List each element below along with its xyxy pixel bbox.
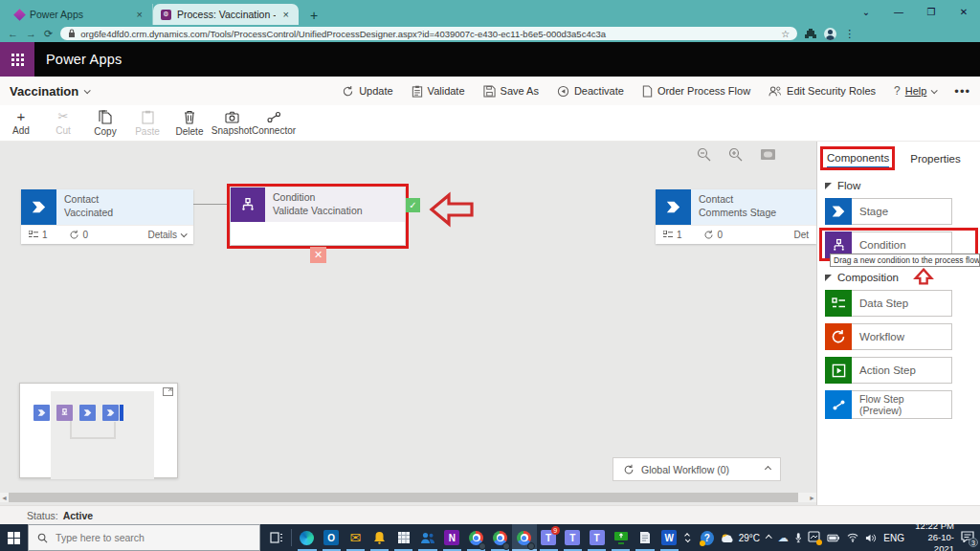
bookmark-star-icon[interactable]: ☆ (781, 29, 790, 39)
chevron-up-icon[interactable] (765, 466, 771, 473)
scrollbar-thumb[interactable] (9, 493, 798, 502)
more-commands-icon[interactable]: ••• (954, 84, 970, 99)
snapshot-camera-icon (225, 111, 239, 123)
tab-components[interactable]: Components (827, 152, 889, 168)
task-view-button[interactable] (264, 524, 288, 551)
order-process-flow-button[interactable]: Order Process Flow (642, 85, 750, 98)
start-button[interactable] (0, 532, 28, 544)
delete-button[interactable]: Delete (168, 105, 211, 141)
process-name-dropdown[interactable]: Vaccination (10, 84, 89, 99)
deactivate-button[interactable]: Deactivate (557, 85, 624, 98)
window-maximize-icon[interactable]: ❐ (915, 0, 947, 25)
section-flow-header[interactable]: Flow (825, 180, 980, 191)
global-workflow-bar[interactable]: Global Workflow (0) (612, 457, 781, 481)
condition-accept-check-button[interactable]: ✓ (406, 198, 420, 212)
copy-button[interactable]: Copy (84, 105, 126, 141)
tab-close-icon[interactable]: × (135, 9, 145, 20)
taskbar-notepad[interactable] (633, 524, 657, 551)
tray-expand-icon[interactable] (766, 535, 772, 541)
browser-tab-process-vaccination[interactable]: ⚙ Process: Vaccination - Microsoft × (153, 4, 299, 25)
wifi-icon[interactable] (847, 533, 858, 542)
snapshot-button[interactable]: Snapshot (211, 105, 253, 141)
reload-icon[interactable]: ⟳ (44, 28, 53, 40)
clock[interactable]: 12:22 PM 26-10-2021 (911, 520, 954, 551)
microphone-icon[interactable] (795, 532, 801, 543)
search-input[interactable] (56, 532, 228, 543)
connector-button[interactable]: Connector (253, 105, 295, 141)
stage-node-contact-vaccinated[interactable]: Contact Vaccinated 1 0 Details (21, 189, 193, 244)
windows-taskbar: O ✉ N T 9 T T W ? (0, 524, 980, 551)
update-button[interactable]: Update (342, 85, 392, 98)
battery-icon[interactable] (827, 533, 840, 542)
component-data-step[interactable]: Data Step (825, 290, 952, 317)
paste-button[interactable]: Paste (126, 105, 168, 141)
validate-button[interactable]: Validate (412, 85, 465, 98)
taskbar-people[interactable] (415, 524, 439, 551)
canvas-horizontal-scrollbar[interactable]: ◄ ► (0, 493, 816, 502)
taskbar-edge[interactable] (295, 524, 319, 551)
component-action-step[interactable]: Action Step (825, 357, 952, 384)
process-designer-canvas[interactable]: Contact Vaccinated 1 0 Details (0, 142, 816, 505)
add-button[interactable]: + Add (0, 105, 42, 141)
taskbar-notifications-app[interactable] (368, 524, 391, 551)
condition-cancel-x-button[interactable]: ✕ (310, 247, 326, 263)
taskbar-word[interactable]: W (657, 524, 681, 551)
window-minimize-icon[interactable]: — (882, 0, 915, 25)
component-flow-step[interactable]: Flow Step (Preview) (825, 390, 952, 419)
minimap-expand-icon[interactable] (163, 387, 173, 396)
onedrive-cloud-icon[interactable]: ☁ (778, 533, 789, 543)
language-indicator[interactable]: ENG (883, 533, 904, 543)
taskbar-onenote[interactable]: N (440, 524, 464, 551)
tab-close-icon[interactable]: × (281, 9, 291, 20)
tab-properties[interactable]: Properties (910, 153, 960, 167)
window-menu-icon[interactable]: ⌄ (850, 0, 882, 25)
taskbar-calendar[interactable] (391, 524, 415, 551)
new-tab-button[interactable]: + (299, 8, 329, 25)
taskbar-screen-share[interactable] (609, 524, 633, 551)
cut-button[interactable]: ✂ Cut (42, 105, 84, 141)
taskbar-teams-2[interactable]: T (561, 524, 585, 551)
tray-app-icon[interactable] (808, 531, 820, 544)
taskbar-chrome-3-active[interactable] (512, 524, 536, 551)
section-composition-header[interactable]: Composition (825, 272, 980, 283)
edit-security-roles-button[interactable]: Edit Security Roles (768, 85, 876, 98)
fit-to-canvas-icon[interactable] (760, 148, 776, 161)
taskbar-teams-3[interactable]: T (585, 524, 609, 551)
zoom-in-icon[interactable] (728, 147, 743, 162)
taskbar-overflow-scroll[interactable] (681, 534, 694, 542)
save-as-button[interactable]: Save As (483, 85, 539, 98)
component-stage[interactable]: Stage (825, 198, 952, 225)
browser-tab-power-apps[interactable]: Power Apps × (8, 4, 153, 25)
address-bar[interactable]: org6fe4dfd0.crm.dynamics.com/Tools/Proce… (60, 27, 797, 40)
window-close-icon[interactable]: ✕ (947, 0, 980, 25)
extensions-puzzle-icon[interactable] (805, 28, 816, 39)
forward-icon[interactable]: → (26, 28, 36, 39)
action-center-button[interactable]: 3 (961, 531, 974, 544)
details-toggle[interactable]: Details (147, 230, 177, 240)
word-icon: W (661, 530, 677, 545)
taskbar-teams-1[interactable]: T 9 (537, 524, 561, 551)
stage-node-contact-comments[interactable]: Contact Comments Stage 1 0 Det (656, 189, 816, 244)
taskbar-search[interactable] (28, 524, 260, 551)
browser-menu-icon[interactable]: ⋮ (844, 28, 856, 40)
taskbar-outlook[interactable]: O (320, 524, 344, 551)
back-icon[interactable]: ← (8, 28, 18, 39)
taskbar-mail[interactable]: ✉ (344, 524, 368, 551)
condition-node-validate-vaccination[interactable]: Condition Validate Vaccination (231, 187, 405, 245)
volume-icon[interactable] (865, 533, 877, 543)
taskbar-chrome-1[interactable] (464, 524, 488, 551)
help-dropdown[interactable]: ? Help (894, 84, 936, 98)
scroll-left-icon[interactable]: ◄ (0, 495, 9, 501)
help-tip-icon[interactable]: ? (701, 531, 714, 545)
weather-widget[interactable]: 29°C (721, 533, 760, 543)
details-toggle[interactable]: Det (793, 230, 809, 240)
scroll-right-icon[interactable]: ► (808, 495, 816, 501)
canvas-minimap[interactable] (19, 383, 178, 478)
browser-profile-avatar[interactable] (824, 28, 836, 40)
minimap-branch-line (70, 437, 116, 439)
taskbar-chrome-2[interactable] (488, 524, 512, 551)
component-workflow[interactable]: Workflow (825, 323, 952, 350)
zoom-out-icon[interactable] (697, 147, 711, 162)
paste-clipboard-icon (142, 110, 154, 124)
app-launcher-waffle-icon[interactable] (0, 42, 34, 77)
